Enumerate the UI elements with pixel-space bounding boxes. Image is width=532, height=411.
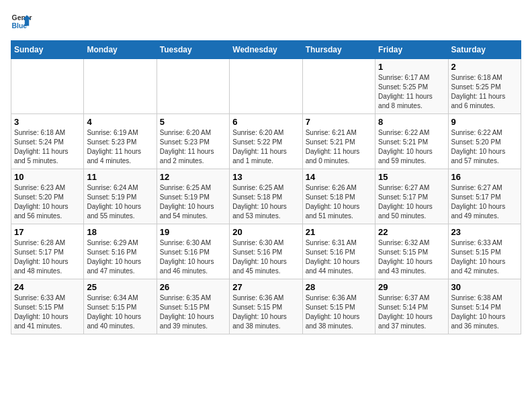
calendar-cell: 26Sunrise: 6:35 AM Sunset: 5:15 PM Dayli… — [157, 279, 229, 334]
day-info: Sunrise: 6:28 AM Sunset: 5:17 PM Dayligh… — [14, 238, 81, 276]
calendar-cell: 11Sunrise: 6:24 AM Sunset: 5:19 PM Dayli… — [84, 169, 157, 224]
logo: General Blue — [11, 11, 32, 32]
day-number: 14 — [306, 172, 372, 182]
calendar-cell: 12Sunrise: 6:25 AM Sunset: 5:19 PM Dayli… — [157, 169, 229, 224]
calendar-cell: 15Sunrise: 6:27 AM Sunset: 5:17 PM Dayli… — [375, 169, 448, 224]
day-info: Sunrise: 6:25 AM Sunset: 5:18 PM Dayligh… — [232, 183, 299, 221]
weekday-header-friday: Friday — [375, 41, 448, 59]
day-number: 23 — [451, 227, 518, 237]
day-info: Sunrise: 6:18 AM Sunset: 5:24 PM Dayligh… — [14, 128, 81, 166]
day-info: Sunrise: 6:33 AM Sunset: 5:15 PM Dayligh… — [14, 293, 81, 331]
week-row-3: 10Sunrise: 6:23 AM Sunset: 5:20 PM Dayli… — [11, 169, 521, 224]
day-number: 24 — [14, 282, 81, 292]
week-row-4: 17Sunrise: 6:28 AM Sunset: 5:17 PM Dayli… — [11, 224, 521, 279]
calendar-cell — [230, 59, 302, 114]
week-row-1: 1Sunrise: 6:17 AM Sunset: 5:25 PM Daylig… — [11, 59, 521, 114]
day-number: 3 — [14, 117, 81, 127]
day-info: Sunrise: 6:25 AM Sunset: 5:19 PM Dayligh… — [160, 183, 226, 221]
day-info: Sunrise: 6:22 AM Sunset: 5:21 PM Dayligh… — [378, 128, 445, 166]
day-info: Sunrise: 6:20 AM Sunset: 5:22 PM Dayligh… — [232, 128, 299, 166]
weekday-header-monday: Monday — [84, 41, 157, 59]
calendar-cell: 9Sunrise: 6:22 AM Sunset: 5:20 PM Daylig… — [448, 114, 521, 169]
day-number: 25 — [87, 282, 153, 292]
day-info: Sunrise: 6:27 AM Sunset: 5:17 PM Dayligh… — [378, 183, 445, 221]
day-info: Sunrise: 6:20 AM Sunset: 5:23 PM Dayligh… — [160, 128, 226, 166]
logo-icon: General Blue — [11, 11, 32, 32]
calendar-cell: 22Sunrise: 6:32 AM Sunset: 5:15 PM Dayli… — [375, 224, 448, 279]
day-number: 12 — [160, 172, 226, 182]
calendar-cell: 25Sunrise: 6:34 AM Sunset: 5:15 PM Dayli… — [84, 279, 157, 334]
calendar-cell — [11, 59, 84, 114]
day-number: 5 — [160, 117, 226, 127]
week-row-5: 24Sunrise: 6:33 AM Sunset: 5:15 PM Dayli… — [11, 279, 521, 334]
calendar-cell: 23Sunrise: 6:33 AM Sunset: 5:15 PM Dayli… — [448, 224, 521, 279]
calendar-cell: 28Sunrise: 6:36 AM Sunset: 5:15 PM Dayli… — [302, 279, 375, 334]
day-info: Sunrise: 6:30 AM Sunset: 5:16 PM Dayligh… — [232, 238, 299, 276]
calendar-cell: 30Sunrise: 6:38 AM Sunset: 5:14 PM Dayli… — [448, 279, 521, 334]
calendar-cell: 19Sunrise: 6:30 AM Sunset: 5:16 PM Dayli… — [157, 224, 229, 279]
calendar-cell: 1Sunrise: 6:17 AM Sunset: 5:25 PM Daylig… — [375, 59, 448, 114]
day-number: 21 — [306, 227, 372, 237]
day-number: 15 — [378, 172, 445, 182]
calendar-cell: 17Sunrise: 6:28 AM Sunset: 5:17 PM Dayli… — [11, 224, 84, 279]
day-number: 6 — [232, 117, 299, 127]
day-number: 9 — [451, 117, 518, 127]
day-info: Sunrise: 6:34 AM Sunset: 5:15 PM Dayligh… — [87, 293, 153, 331]
day-info: Sunrise: 6:24 AM Sunset: 5:19 PM Dayligh… — [87, 183, 153, 221]
weekday-header-saturday: Saturday — [448, 41, 521, 59]
day-number: 28 — [306, 282, 372, 292]
day-info: Sunrise: 6:30 AM Sunset: 5:16 PM Dayligh… — [160, 238, 226, 276]
day-info: Sunrise: 6:31 AM Sunset: 5:16 PM Dayligh… — [306, 238, 372, 276]
day-number: 18 — [87, 227, 153, 237]
calendar-table: SundayMondayTuesdayWednesdayThursdayFrid… — [11, 40, 521, 334]
day-number: 13 — [232, 172, 299, 182]
day-info: Sunrise: 6:36 AM Sunset: 5:15 PM Dayligh… — [306, 293, 372, 331]
day-info: Sunrise: 6:22 AM Sunset: 5:20 PM Dayligh… — [451, 128, 518, 166]
calendar-cell: 24Sunrise: 6:33 AM Sunset: 5:15 PM Dayli… — [11, 279, 84, 334]
calendar-cell: 3Sunrise: 6:18 AM Sunset: 5:24 PM Daylig… — [11, 114, 84, 169]
day-number: 27 — [232, 282, 299, 292]
day-info: Sunrise: 6:38 AM Sunset: 5:14 PM Dayligh… — [451, 293, 518, 331]
day-info: Sunrise: 6:33 AM Sunset: 5:15 PM Dayligh… — [451, 238, 518, 276]
weekday-header-sunday: Sunday — [11, 41, 84, 59]
calendar-cell: 20Sunrise: 6:30 AM Sunset: 5:16 PM Dayli… — [230, 224, 302, 279]
day-number: 7 — [306, 117, 372, 127]
day-info: Sunrise: 6:35 AM Sunset: 5:15 PM Dayligh… — [160, 293, 226, 331]
day-number: 17 — [14, 227, 81, 237]
calendar-cell: 4Sunrise: 6:19 AM Sunset: 5:23 PM Daylig… — [84, 114, 157, 169]
weekday-header-thursday: Thursday — [302, 41, 375, 59]
calendar-cell: 14Sunrise: 6:26 AM Sunset: 5:18 PM Dayli… — [302, 169, 375, 224]
day-number: 30 — [451, 282, 518, 292]
calendar-cell: 8Sunrise: 6:22 AM Sunset: 5:21 PM Daylig… — [375, 114, 448, 169]
day-number: 11 — [87, 172, 153, 182]
calendar-cell: 29Sunrise: 6:37 AM Sunset: 5:14 PM Dayli… — [375, 279, 448, 334]
calendar-cell — [157, 59, 229, 114]
day-info: Sunrise: 6:27 AM Sunset: 5:17 PM Dayligh… — [451, 183, 518, 221]
calendar-cell — [84, 59, 157, 114]
day-number: 29 — [378, 282, 445, 292]
calendar-cell: 21Sunrise: 6:31 AM Sunset: 5:16 PM Dayli… — [302, 224, 375, 279]
weekday-header-row: SundayMondayTuesdayWednesdayThursdayFrid… — [11, 41, 521, 59]
header: General Blue — [11, 11, 521, 32]
day-number: 1 — [378, 62, 445, 72]
calendar-cell: 13Sunrise: 6:25 AM Sunset: 5:18 PM Dayli… — [230, 169, 302, 224]
calendar-cell: 16Sunrise: 6:27 AM Sunset: 5:17 PM Dayli… — [448, 169, 521, 224]
day-info: Sunrise: 6:18 AM Sunset: 5:25 PM Dayligh… — [451, 73, 518, 111]
day-number: 22 — [378, 227, 445, 237]
weekday-header-wednesday: Wednesday — [230, 41, 302, 59]
calendar-cell: 18Sunrise: 6:29 AM Sunset: 5:16 PM Dayli… — [84, 224, 157, 279]
day-number: 20 — [232, 227, 299, 237]
calendar-cell: 5Sunrise: 6:20 AM Sunset: 5:23 PM Daylig… — [157, 114, 229, 169]
day-number: 26 — [160, 282, 226, 292]
weekday-header-tuesday: Tuesday — [157, 41, 229, 59]
calendar-cell: 10Sunrise: 6:23 AM Sunset: 5:20 PM Dayli… — [11, 169, 84, 224]
day-number: 10 — [14, 172, 81, 182]
calendar-cell: 6Sunrise: 6:20 AM Sunset: 5:22 PM Daylig… — [230, 114, 302, 169]
day-number: 2 — [451, 62, 518, 72]
day-number: 19 — [160, 227, 226, 237]
day-info: Sunrise: 6:36 AM Sunset: 5:15 PM Dayligh… — [232, 293, 299, 331]
day-info: Sunrise: 6:19 AM Sunset: 5:23 PM Dayligh… — [87, 128, 153, 166]
week-row-2: 3Sunrise: 6:18 AM Sunset: 5:24 PM Daylig… — [11, 114, 521, 169]
day-number: 16 — [451, 172, 518, 182]
day-info: Sunrise: 6:23 AM Sunset: 5:20 PM Dayligh… — [14, 183, 81, 221]
